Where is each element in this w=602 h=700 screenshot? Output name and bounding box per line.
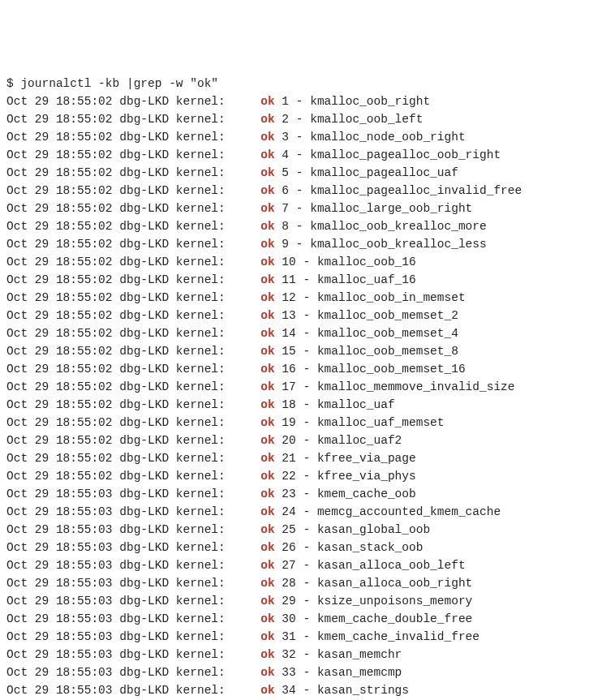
log-line: Oct 29 18:55:03 dbg-LKD kernel: ok 24 - …: [6, 503, 596, 521]
log-prefix: Oct 29 18:55:03 dbg-LKD kernel:: [6, 666, 260, 679]
log-line: Oct 29 18:55:02 dbg-LKD kernel: ok 20 - …: [6, 432, 596, 449]
status-ok: ok: [260, 523, 274, 536]
log-prefix: Oct 29 18:55:02 dbg-LKD kernel:: [6, 345, 260, 358]
status-ok: ok: [260, 184, 274, 197]
log-line: Oct 29 18:55:02 dbg-LKD kernel: ok 14 - …: [6, 324, 596, 342]
status-ok: ok: [260, 505, 274, 518]
log-prefix: Oct 29 18:55:02 dbg-LKD kernel:: [6, 220, 260, 233]
log-line: Oct 29 18:55:02 dbg-LKD kernel: ok 5 - k…: [6, 164, 596, 182]
status-ok: ok: [260, 434, 274, 447]
status-ok: ok: [260, 612, 274, 625]
test-name: 4 - kmalloc_pagealloc_oob_right: [275, 148, 501, 161]
log-prefix: Oct 29 18:55:02 dbg-LKD kernel:: [6, 291, 260, 304]
log-prefix: Oct 29 18:55:03 dbg-LKD kernel:: [6, 505, 260, 518]
test-name: 11 - kmalloc_uaf_16: [275, 273, 416, 286]
log-line: Oct 29 18:55:02 dbg-LKD kernel: ok 8 - k…: [6, 217, 596, 235]
status-ok: ok: [260, 380, 274, 393]
log-prefix: Oct 29 18:55:02 dbg-LKD kernel:: [6, 184, 260, 197]
test-name: 9 - kmalloc_oob_krealloc_less: [275, 238, 487, 251]
command-line[interactable]: $ journalctl -kb |grep -w "ok": [6, 75, 596, 92]
status-ok: ok: [260, 630, 274, 643]
log-line: Oct 29 18:55:02 dbg-LKD kernel: ok 22 - …: [6, 467, 596, 485]
test-name: 14 - kmalloc_oob_memset_4: [275, 327, 458, 340]
test-name: 15 - kmalloc_oob_memset_8: [275, 345, 458, 358]
log-line: Oct 29 18:55:03 dbg-LKD kernel: ok 23 - …: [6, 485, 596, 503]
status-ok: ok: [260, 220, 274, 233]
log-line: Oct 29 18:55:02 dbg-LKD kernel: ok 17 - …: [6, 378, 596, 396]
status-ok: ok: [260, 238, 274, 251]
log-line: Oct 29 18:55:03 dbg-LKD kernel: ok 33 - …: [6, 663, 596, 681]
log-line: Oct 29 18:55:02 dbg-LKD kernel: ok 4 - k…: [6, 146, 596, 164]
log-prefix: Oct 29 18:55:02 dbg-LKD kernel:: [6, 202, 260, 215]
status-ok: ok: [260, 345, 274, 358]
status-ok: ok: [260, 577, 274, 590]
status-ok: ok: [260, 309, 274, 322]
log-line: Oct 29 18:55:02 dbg-LKD kernel: ok 16 - …: [6, 360, 596, 378]
status-ok: ok: [260, 648, 274, 661]
log-prefix: Oct 29 18:55:02 dbg-LKD kernel:: [6, 113, 260, 126]
log-prefix: Oct 29 18:55:02 dbg-LKD kernel:: [6, 380, 260, 393]
log-line: Oct 29 18:55:02 dbg-LKD kernel: ok 21 - …: [6, 449, 596, 467]
test-name: 2 - kmalloc_oob_left: [275, 113, 424, 126]
status-ok: ok: [260, 291, 274, 304]
log-line: Oct 29 18:55:02 dbg-LKD kernel: ok 6 - k…: [6, 182, 596, 200]
log-prefix: Oct 29 18:55:02 dbg-LKD kernel:: [6, 273, 260, 286]
test-name: 28 - kasan_alloca_oob_right: [275, 577, 473, 590]
test-name: 31 - kmem_cache_invalid_free: [275, 630, 479, 643]
status-ok: ok: [260, 363, 274, 376]
log-prefix: Oct 29 18:55:02 dbg-LKD kernel:: [6, 363, 260, 376]
log-prefix: Oct 29 18:55:03 dbg-LKD kernel:: [6, 595, 260, 608]
test-name: 25 - kasan_global_oob: [275, 523, 430, 536]
log-line: Oct 29 18:55:02 dbg-LKD kernel: ok 10 - …: [6, 253, 596, 271]
status-ok: ok: [260, 256, 274, 268]
test-name: 27 - kasan_alloca_oob_left: [275, 559, 466, 572]
log-line: Oct 29 18:55:02 dbg-LKD kernel: ok 13 - …: [6, 307, 596, 324]
status-ok: ok: [260, 148, 274, 161]
log-line: Oct 29 18:55:02 dbg-LKD kernel: ok 3 - k…: [6, 128, 596, 146]
status-ok: ok: [260, 452, 274, 465]
log-prefix: Oct 29 18:55:02 dbg-LKD kernel:: [6, 131, 260, 144]
test-name: 20 - kmalloc_uaf2: [275, 434, 402, 447]
test-name: 19 - kmalloc_uaf_memset: [275, 416, 445, 429]
status-ok: ok: [260, 113, 274, 126]
log-prefix: Oct 29 18:55:02 dbg-LKD kernel:: [6, 470, 260, 483]
log-prefix: Oct 29 18:55:02 dbg-LKD kernel:: [6, 434, 260, 447]
log-prefix: Oct 29 18:55:02 dbg-LKD kernel:: [6, 416, 260, 429]
test-name: 10 - kmalloc_oob_16: [275, 256, 416, 268]
log-line: Oct 29 18:55:02 dbg-LKD kernel: ok 19 - …: [6, 414, 596, 432]
log-prefix: Oct 29 18:55:03 dbg-LKD kernel:: [6, 684, 260, 697]
log-prefix: Oct 29 18:55:02 dbg-LKD kernel:: [6, 398, 260, 411]
status-ok: ok: [260, 327, 274, 340]
test-name: 26 - kasan_stack_oob: [275, 541, 424, 554]
status-ok: ok: [260, 95, 274, 108]
test-name: 7 - kmalloc_large_oob_right: [275, 202, 473, 215]
log-prefix: Oct 29 18:55:03 dbg-LKD kernel:: [6, 541, 260, 554]
log-prefix: Oct 29 18:55:03 dbg-LKD kernel:: [6, 612, 260, 625]
test-name: 24 - memcg_accounted_kmem_cache: [275, 505, 501, 518]
test-name: 33 - kasan_memcmp: [275, 666, 402, 679]
test-name: 12 - kmalloc_oob_in_memset: [275, 291, 466, 304]
log-line: Oct 29 18:55:02 dbg-LKD kernel: ok 12 - …: [6, 289, 596, 307]
status-ok: ok: [260, 541, 274, 554]
log-prefix: Oct 29 18:55:03 dbg-LKD kernel:: [6, 648, 260, 661]
test-name: 3 - kmalloc_node_oob_right: [275, 131, 466, 144]
test-name: 13 - kmalloc_oob_memset_2: [275, 309, 458, 322]
log-line: Oct 29 18:55:03 dbg-LKD kernel: ok 25 - …: [6, 521, 596, 539]
status-ok: ok: [260, 684, 274, 697]
log-line: Oct 29 18:55:03 dbg-LKD kernel: ok 26 - …: [6, 539, 596, 556]
log-line: Oct 29 18:55:02 dbg-LKD kernel: ok 15 - …: [6, 342, 596, 360]
log-line: Oct 29 18:55:03 dbg-LKD kernel: ok 29 - …: [6, 592, 596, 610]
log-prefix: Oct 29 18:55:02 dbg-LKD kernel:: [6, 452, 260, 465]
test-name: 5 - kmalloc_pagealloc_uaf: [275, 166, 458, 179]
log-prefix: Oct 29 18:55:02 dbg-LKD kernel:: [6, 166, 260, 179]
log-line: Oct 29 18:55:03 dbg-LKD kernel: ok 31 - …: [6, 628, 596, 646]
status-ok: ok: [260, 398, 274, 411]
terminal-output: $ journalctl -kb |grep -w "ok"Oct 29 18:…: [6, 75, 596, 700]
log-line: Oct 29 18:55:02 dbg-LKD kernel: ok 18 - …: [6, 396, 596, 414]
status-ok: ok: [260, 131, 274, 144]
test-name: 16 - kmalloc_oob_memset_16: [275, 363, 466, 376]
log-prefix: Oct 29 18:55:02 dbg-LKD kernel:: [6, 238, 260, 251]
log-prefix: Oct 29 18:55:02 dbg-LKD kernel:: [6, 256, 260, 268]
status-ok: ok: [260, 470, 274, 483]
status-ok: ok: [260, 666, 274, 679]
